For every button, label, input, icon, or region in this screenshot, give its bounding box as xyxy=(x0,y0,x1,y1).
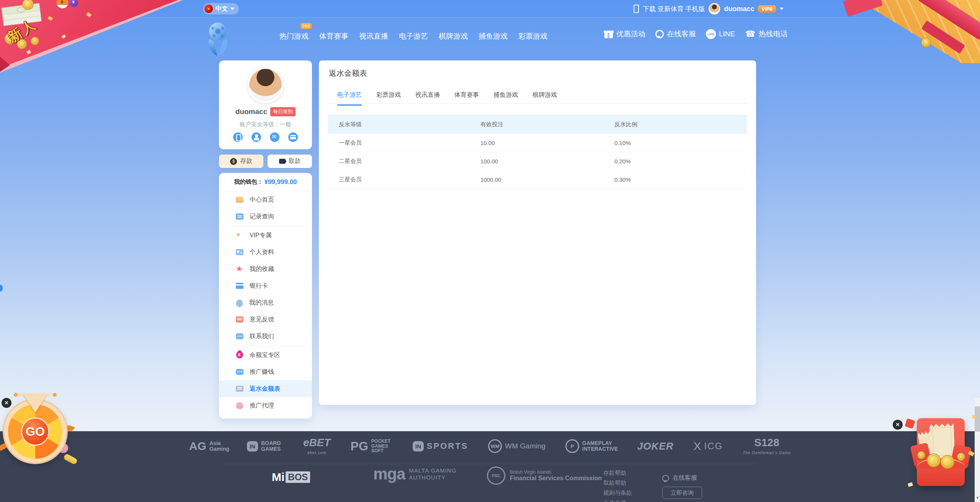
red-ribbon-tail xyxy=(921,20,965,54)
sidebar-item-promo-agent[interactable]: 推广代理 xyxy=(219,397,312,414)
bank-card-icon[interactable] xyxy=(288,132,298,142)
daily-signin-badge[interactable]: 每日签到 xyxy=(270,107,296,116)
nav-lottery-games[interactable]: 彩票游戏 xyxy=(518,31,547,41)
provider-name: ICG xyxy=(704,441,723,451)
nav-board-games[interactable]: 棋牌游戏 xyxy=(439,31,468,41)
sidebar-item-vip[interactable]: VIP专属 xyxy=(219,227,312,244)
menu-label: 记录查询 xyxy=(250,213,274,221)
provider-name: WM Gaming xyxy=(505,442,546,450)
cell-ratio: 0.20% xyxy=(614,158,747,165)
fsc-seal-icon: FSC xyxy=(487,466,505,485)
link-withdraw-help[interactable]: 取款帮助 xyxy=(603,479,632,487)
scrollbar-down-icon[interactable]: ▼ xyxy=(976,496,979,500)
mobile-phone-icon xyxy=(634,5,639,13)
site-logo[interactable] xyxy=(204,21,231,58)
hot-badge: Hot xyxy=(301,23,312,29)
menu-label: 推广赚钱 xyxy=(250,368,274,376)
gold-coin-icon xyxy=(921,37,931,47)
withdraw-button[interactable]: 取款 xyxy=(268,155,312,168)
wallet-balance: 我的钱包： ¥99,999.00 xyxy=(219,173,312,191)
provider-sub: ebet.com xyxy=(307,451,326,455)
cell-ratio: 0.10% xyxy=(614,140,747,146)
wheel-close-button[interactable]: × xyxy=(2,398,11,408)
language-selector[interactable]: ★ 中文 xyxy=(203,3,239,15)
mga-line1: MALTA GAMING xyxy=(409,467,456,474)
wallet-amount: ¥99,999.00 xyxy=(264,178,297,186)
gift-icon xyxy=(604,29,613,39)
brand-bos: BOS xyxy=(286,471,310,483)
wheel-go-button[interactable]: GO xyxy=(21,417,49,446)
deposit-button[interactable]: $ 存款 xyxy=(219,155,263,168)
avatar[interactable] xyxy=(248,67,283,103)
nav-electronic-games[interactable]: 电子游艺 xyxy=(399,31,428,41)
feedback-icon xyxy=(236,316,243,323)
provider-logo-board-games: IN BOARD GAMES xyxy=(247,440,283,451)
line-icon: LINE xyxy=(706,29,716,39)
sidebar-item-bank-card[interactable]: 银行卡 xyxy=(219,277,312,294)
promos-link[interactable]: 优惠活动 xyxy=(604,29,645,39)
service-label: 在线客服 xyxy=(673,474,697,482)
page-background: ▼ ★ 中文 下载 亚新体育 手机版 duomacc VIP0 xyxy=(0,0,980,502)
confetti xyxy=(62,34,66,39)
sidebar-item-messages[interactable]: 我的消息 xyxy=(219,294,312,311)
red-envelope-promo[interactable] xyxy=(917,418,965,486)
customer-service-link[interactable]: 在线客服 xyxy=(655,29,696,39)
cell-bet: 10.00 xyxy=(480,140,614,146)
rebate-table-icon xyxy=(236,386,243,392)
nav-sports[interactable]: 体育赛事 xyxy=(319,31,348,41)
sidebar-item-feedback[interactable]: 意见反馈 xyxy=(219,311,312,328)
scrollbar-thumb[interactable] xyxy=(975,406,980,432)
provider-logo-wm-gaming: WM WM Gaming xyxy=(488,439,546,453)
sidebar-item-favorites[interactable]: 我的收藏 xyxy=(219,261,312,277)
sidebar-item-contact-us[interactable]: 联系我们 xyxy=(219,328,312,345)
wallet-label: 我的钱包： xyxy=(234,178,263,186)
sidebar-item-rebate-table[interactable]: 返水金额表 xyxy=(219,380,312,397)
provider-logo-s128: S128 The Gentleman's Game xyxy=(743,437,791,456)
sidebar-item-home[interactable]: 中心首页 xyxy=(219,191,312,208)
util-label: 优惠活动 xyxy=(616,29,645,39)
phone-bind-icon[interactable] xyxy=(233,132,243,142)
consult-now-button[interactable]: 立即咨询 xyxy=(662,487,702,499)
line-link[interactable]: LINE LINE xyxy=(706,29,735,39)
chevron-down-icon[interactable] xyxy=(780,8,784,10)
banner-curl xyxy=(0,57,10,72)
link-deposit-help[interactable]: 存款帮助 xyxy=(603,469,632,477)
china-flag-icon: ★ xyxy=(204,5,213,13)
wallet-icon xyxy=(279,159,286,164)
link-rules-terms[interactable]: 规则与条款 xyxy=(603,489,632,497)
username[interactable]: duomacc xyxy=(724,5,754,13)
provider-logo-pocket-games: PG POCKET GAMES SOFT xyxy=(351,439,393,453)
sidebar-item-records[interactable]: 记录查询 xyxy=(219,208,312,225)
side-drawer-handle[interactable] xyxy=(0,285,3,292)
page-title: 返水金额表 xyxy=(329,68,367,78)
envelope-close-button[interactable]: × xyxy=(893,420,903,430)
footer-links: 存款帮助 取款帮助 规则与条款 合作伙伴 联盟协议 xyxy=(603,469,632,502)
profile-username: duomacc xyxy=(235,108,267,116)
menu-label: 中心首页 xyxy=(250,196,274,204)
hotline-link[interactable]: ☎ 热线电话 xyxy=(745,29,787,39)
mail-icon[interactable] xyxy=(270,132,279,142)
nav-fishing-games[interactable]: 捕鱼游戏 xyxy=(479,31,508,41)
withdraw-label: 取款 xyxy=(289,157,301,165)
utility-nav: 优惠活动 在线客服 LINE LINE ☎ 热线电话 xyxy=(604,29,788,39)
identity-icon[interactable] xyxy=(252,132,261,142)
avatar[interactable] xyxy=(709,3,720,15)
coin-icon: $ xyxy=(230,158,237,165)
sidebar-item-promo-earn[interactable]: 推广赚钱 xyxy=(219,363,312,380)
sidebar-item-profile[interactable]: 个人资料 xyxy=(219,244,312,261)
provider-sub: The Gentleman's Game xyxy=(743,451,791,455)
provider-name: Asia Gaming xyxy=(209,440,227,451)
nav-hot-games[interactable]: 热门游戏 Hot xyxy=(279,31,309,41)
link-partners[interactable]: 合作伙伴 xyxy=(603,499,632,502)
col-header: 反水等级 xyxy=(328,121,480,128)
language-label: 中文 xyxy=(216,5,228,13)
provider-logo-asia-gaming: AG Asia Gaming xyxy=(189,440,227,453)
sidebar-item-yuebao[interactable]: 余额宝专区 xyxy=(219,347,312,363)
telephone-icon: ☎ xyxy=(745,29,755,39)
col-header: 有效投注 xyxy=(480,121,614,128)
wallet-actions: $ 存款 取款 xyxy=(219,155,312,168)
provider-mark: S128 xyxy=(743,437,791,449)
download-app-link[interactable]: 下载 亚新体育 手机版 xyxy=(643,5,705,13)
nav-live-video[interactable]: 视讯直播 xyxy=(359,31,388,41)
menu-label: 我的消息 xyxy=(249,299,274,307)
